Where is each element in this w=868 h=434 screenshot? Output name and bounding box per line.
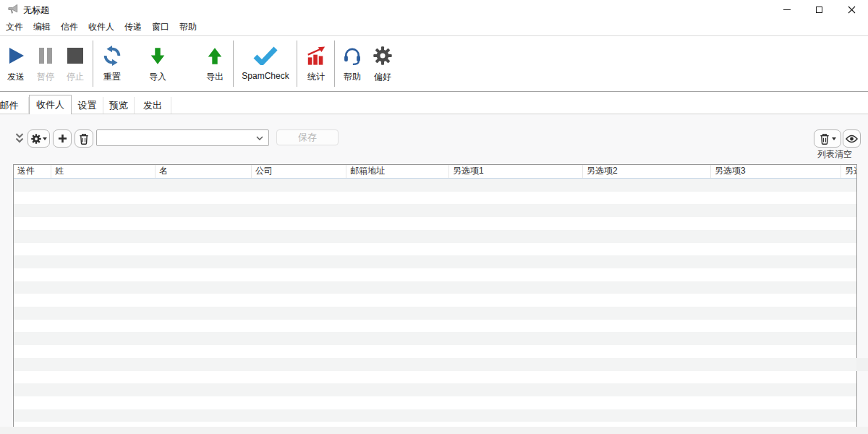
trash-icon: [820, 133, 830, 145]
delete-recipient-button[interactable]: [75, 129, 93, 148]
maximize-icon: [816, 7, 822, 13]
save-button[interactable]: 保存: [276, 129, 339, 145]
refresh-icon: [101, 42, 123, 69]
tab-outbox[interactable]: 发出: [135, 97, 171, 114]
headset-icon: [342, 42, 362, 69]
minimize-icon: [783, 9, 791, 10]
bar-chart-icon: [306, 42, 326, 69]
menu-delivery[interactable]: 传递: [119, 19, 147, 35]
pause-icon: [38, 42, 53, 69]
column-header-option1[interactable]: 另选项1: [449, 165, 583, 178]
menu-help[interactable]: 帮助: [174, 19, 202, 35]
clear-list-button[interactable]: [814, 129, 841, 148]
bottom-stripe-artifact: [0, 427, 868, 434]
send-button[interactable]: 发送: [0, 42, 32, 87]
arrow-up-icon: [205, 42, 224, 69]
gear-icon: [31, 134, 41, 144]
column-header-email[interactable]: 邮箱地址: [346, 165, 449, 178]
column-header-option4[interactable]: 另选项4: [841, 165, 856, 178]
reset-button[interactable]: 重置: [96, 42, 128, 87]
tab-mail[interactable]: 邮件: [0, 97, 29, 114]
column-header-send[interactable]: 送件: [14, 165, 51, 178]
import-button[interactable]: 导入: [139, 42, 176, 87]
maximize-button[interactable]: [803, 0, 835, 19]
column-header-lastname[interactable]: 姓: [51, 165, 156, 178]
toolbar-separator: [334, 41, 335, 87]
menu-bar: 文件 编辑 信件 收件人 传递 窗口 帮助: [0, 19, 868, 36]
menu-recipients[interactable]: 收件人: [83, 19, 119, 35]
column-header-option3[interactable]: 另选项3: [711, 165, 841, 178]
stripe-overflow-artifact: [856, 358, 868, 371]
app-window: 无标题 文件 编辑 信件 收件人 传递 窗口 帮助 发送: [0, 0, 868, 434]
window-title: 无标题: [23, 4, 49, 17]
chevron-down-icon: [832, 137, 836, 140]
chevron-down-icon: [43, 137, 47, 140]
eye-icon: [846, 135, 858, 143]
tab-recipients[interactable]: 收件人: [29, 95, 72, 114]
tab-settings[interactable]: 设置: [72, 97, 103, 114]
expand-chevrons-icon[interactable]: [15, 133, 24, 143]
preferences-button[interactable]: 偏好: [367, 42, 399, 87]
recipient-list-combobox[interactable]: [96, 129, 269, 146]
list-options-button[interactable]: [27, 129, 50, 148]
recipients-table: 送件 姓 名 公司 邮箱地址 另选项1 另选项2 另选项3 另选项4: [13, 164, 857, 427]
check-icon: [252, 42, 278, 69]
toolbar-separator: [93, 41, 93, 87]
add-recipient-button[interactable]: [53, 129, 72, 148]
trash-icon: [79, 133, 89, 145]
preview-list-button[interactable]: [843, 129, 861, 148]
close-icon: [848, 6, 856, 14]
gear-icon: [373, 42, 393, 69]
pause-button[interactable]: 暂停: [30, 42, 61, 87]
minimize-button[interactable]: [770, 0, 803, 19]
export-button[interactable]: 导出: [199, 42, 231, 87]
column-header-company[interactable]: 公司: [252, 165, 346, 178]
table-body[interactable]: [14, 179, 856, 427]
table-header-row: 送件 姓 名 公司 邮箱地址 另选项1 另选项2 另选项3 另选项4: [14, 165, 856, 179]
main-toolbar: 发送 暂停 停止: [0, 36, 868, 92]
menu-window[interactable]: 窗口: [147, 19, 174, 35]
toolbar-separator: [233, 41, 234, 87]
menu-file[interactable]: 文件: [1, 19, 28, 35]
spamcheck-button[interactable]: SpamCheck: [237, 42, 294, 87]
close-button[interactable]: [835, 0, 868, 19]
title-bar: 无标题: [0, 0, 868, 19]
stop-button[interactable]: 停止: [59, 42, 91, 87]
menu-message[interactable]: 信件: [56, 19, 83, 35]
toolbar-separator: [297, 41, 297, 87]
chevron-down-icon: [256, 136, 263, 140]
tab-strip: 邮件 收件人 设置 预览 发出: [0, 94, 868, 114]
arrow-down-icon: [148, 42, 167, 69]
menu-edit[interactable]: 编辑: [28, 19, 56, 35]
play-icon: [7, 42, 25, 69]
megaphone-icon: [7, 4, 20, 15]
help-button[interactable]: 帮助: [336, 42, 368, 87]
column-header-firstname[interactable]: 名: [156, 165, 252, 178]
stop-icon: [67, 42, 83, 69]
plus-icon: [58, 134, 67, 143]
tab-preview[interactable]: 预览: [103, 97, 135, 114]
stats-button[interactable]: 统计: [300, 42, 332, 87]
clear-list-caption: 列表清空: [812, 148, 857, 161]
window-controls: [770, 0, 868, 19]
column-header-option2[interactable]: 另选项2: [583, 165, 711, 178]
